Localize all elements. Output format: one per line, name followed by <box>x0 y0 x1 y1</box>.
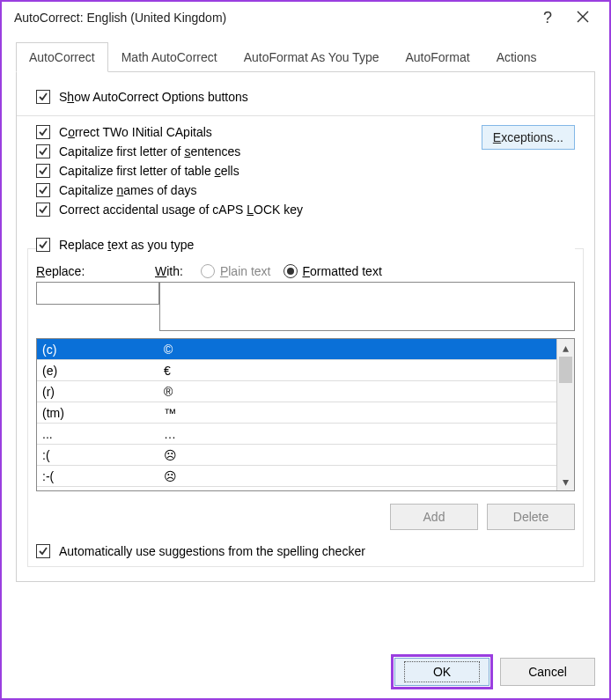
cap-sentences-label: Capitalize first letter of sentences <box>59 144 240 158</box>
show-options-checkbox[interactable] <box>36 90 50 104</box>
formatted-text-radio[interactable]: Formatted text <box>283 264 382 278</box>
two-initial-label: Correct TWo INitial CApitals <box>59 125 212 139</box>
dialog-button-row: OK Cancel <box>394 658 595 686</box>
cap-cells-checkbox[interactable] <box>36 164 50 178</box>
replacements-table: (c)© (e)€ (r)® (tm)™ ...… :(☹ :-(☹ ▴ ▾ <box>36 338 575 491</box>
autocorrect-dialog: AutoCorrect: English (United Kingdom) ? … <box>0 0 611 700</box>
close-icon[interactable] <box>565 9 600 27</box>
window-title: AutoCorrect: English (United Kingdom) <box>11 11 530 25</box>
tab-actions[interactable]: Actions <box>483 42 550 71</box>
caps-lock-checkbox[interactable] <box>36 203 50 217</box>
exceptions-button[interactable]: Exceptions... <box>482 125 575 150</box>
plain-text-label: Plain text <box>220 264 271 278</box>
add-button[interactable]: Add <box>390 504 478 530</box>
auto-suggestions-checkbox[interactable] <box>36 544 50 558</box>
cap-cells-label: Capitalize first letter of table cells <box>59 164 239 178</box>
delete-button[interactable]: Delete <box>487 504 575 530</box>
tab-autoformat[interactable]: AutoFormat <box>392 42 482 71</box>
tab-math-autocorrect[interactable]: Math AutoCorrect <box>108 42 231 71</box>
formatted-text-label: Formatted text <box>303 264 382 278</box>
plain-text-radio[interactable]: Plain text <box>201 264 271 278</box>
title-bar: AutoCorrect: English (United Kingdom) ? <box>2 2 609 33</box>
show-options-label: Show AutoCorrect Options buttons <box>59 90 248 104</box>
replace-as-type-checkbox[interactable] <box>36 238 50 252</box>
table-row[interactable]: (r)® <box>37 381 556 402</box>
table-row[interactable]: (tm)™ <box>37 402 556 424</box>
ok-button[interactable]: OK <box>394 658 490 686</box>
with-input[interactable] <box>159 282 575 331</box>
cap-days-label: Capitalize names of days <box>59 183 196 197</box>
tab-autoformat-as-you-type[interactable]: AutoFormat As You Type <box>231 42 393 71</box>
tab-autocorrect[interactable]: AutoCorrect <box>16 42 108 72</box>
show-options-row: Show AutoCorrect Options buttons <box>36 90 575 104</box>
capitalization-section: Exceptions... Correct TWo INitial CApita… <box>36 125 575 217</box>
cancel-button[interactable]: Cancel <box>500 658 595 686</box>
scroll-thumb[interactable] <box>559 357 572 383</box>
dialog-body: AutoCorrect Math AutoCorrect AutoFormat … <box>16 42 595 686</box>
help-icon[interactable]: ? <box>530 9 565 27</box>
table-scrollbar[interactable]: ▴ ▾ <box>556 339 574 490</box>
table-row[interactable]: :-(☹ <box>37 466 556 487</box>
replace-group: Replace text as you type Replace: With: … <box>36 238 575 558</box>
scroll-up-icon[interactable]: ▴ <box>557 339 574 357</box>
auto-suggestions-label: Automatically use suggestions from the s… <box>59 544 365 558</box>
replace-input[interactable] <box>36 282 159 305</box>
replace-as-type-label: Replace text as you type <box>59 238 194 252</box>
tab-strip: AutoCorrect Math AutoCorrect AutoFormat … <box>16 42 595 72</box>
replace-label: Replace: <box>36 264 146 278</box>
table-row[interactable]: ...… <box>37 424 556 445</box>
tab-content: Show AutoCorrect Options buttons Excepti… <box>16 72 595 582</box>
two-initial-checkbox[interactable] <box>36 125 50 139</box>
table-row[interactable]: :(☹ <box>37 445 556 466</box>
scroll-down-icon[interactable]: ▾ <box>557 473 574 490</box>
caps-lock-label: Correct accidental usage of cAPS LOCK ke… <box>59 203 303 217</box>
cap-sentences-checkbox[interactable] <box>36 144 50 158</box>
with-label: With: <box>155 264 183 278</box>
cap-days-checkbox[interactable] <box>36 183 50 197</box>
table-row[interactable]: (e)€ <box>37 360 556 381</box>
table-row[interactable]: (c)© <box>37 339 556 360</box>
